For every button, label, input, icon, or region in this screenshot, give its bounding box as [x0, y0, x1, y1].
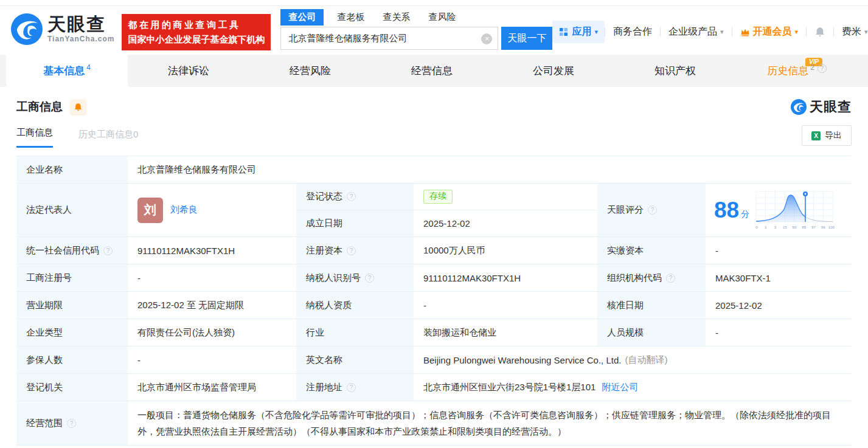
svg-text:1: 1: [765, 225, 767, 229]
tab-legal-proceedings[interactable]: 法律诉讼: [128, 55, 249, 87]
apps-label: 应用: [572, 26, 591, 38]
help-icon[interactable]: ?: [347, 192, 356, 201]
paid-capital-value: -: [706, 237, 852, 264]
auto-translate-note: (自动翻译): [625, 354, 667, 366]
org-code-label-cell: 组织机构代码 ?: [597, 264, 706, 291]
subtab-row: 工商信息 历史工商信息0 X 导出: [16, 126, 852, 148]
score-label: 天眼评分: [607, 204, 644, 216]
establish-date-label: 成立日期: [296, 210, 414, 236]
tab-basic-info-count: 4: [86, 63, 91, 72]
table-row: 统一社会信用代码 ? 91110112MAK30FTX1H 注册资本 ? 100…: [16, 237, 852, 264]
help-icon[interactable]: ?: [347, 383, 356, 392]
business-scope-label: 经营范围: [26, 418, 63, 429]
english-name-cell: Beijing Pulongwei Warehousing Service Co…: [414, 346, 852, 373]
org-code-value: MAK30FTX-1: [706, 264, 852, 291]
paid-capital-label: 实缴资本: [597, 237, 706, 264]
company-nav-tabs: 基本信息 4 法律诉讼 经营风险 经营信息 公司发展 知识产权 VIP 历史信息…: [0, 55, 868, 87]
uscc-label: 统一社会信用代码: [26, 245, 99, 257]
industry-value: 装卸搬运和仓储业: [414, 319, 597, 346]
tab-history-info-label: 历史信息: [767, 64, 808, 78]
nearby-companies-link[interactable]: 附近公司: [602, 382, 638, 393]
reg-number-label: 工商注册号: [16, 264, 128, 291]
user-menu[interactable]: 费米 ▾: [834, 26, 868, 38]
business-scope-value: 一般项目：普通货物仓储服务（不含危险化学品等需许可审批的项目）；信息咨询服务（不…: [128, 401, 852, 445]
svg-text:85: 85: [802, 225, 806, 229]
score-distribution-chart: 01 315 5085 9799 100: [754, 190, 835, 231]
search-tab-boss[interactable]: 查老板: [337, 9, 364, 26]
search-button[interactable]: 天眼一下: [501, 27, 552, 50]
insured-count-value: -: [128, 346, 296, 373]
svg-text:0: 0: [755, 225, 758, 229]
reg-address-label-cell: 注册地址 ?: [296, 374, 414, 401]
search-tab-company[interactable]: 查公司: [280, 9, 324, 26]
table-row: 参保人数 - 英文名称 Beijing Pulongwei Warehousin…: [16, 346, 852, 374]
export-button[interactable]: X 导出: [802, 125, 852, 146]
taxpayer-id-label-cell: 纳税人识别号 ?: [296, 264, 414, 291]
tab-basic-info-label: 基本信息: [43, 64, 85, 78]
legal-rep-link[interactable]: 刘希良: [170, 204, 198, 216]
legal-rep-label: 法定代表人: [16, 184, 128, 236]
notifications-bell-button[interactable]: [807, 27, 833, 38]
table-row: 登记机关 北京市通州区市场监督管理局 注册地址 ? 北京市通州区恒业六街23号院…: [16, 374, 852, 401]
slogan-line1: 都在用的商业查询工具: [128, 18, 265, 32]
header-right: 应用 ▾ 商务合作 企业级产品 ▾ 开通会员 ▾ 费米: [552, 21, 868, 43]
industry-label: 行业: [296, 319, 414, 346]
help-icon[interactable]: ?: [67, 419, 76, 428]
help-icon[interactable]: ?: [103, 246, 113, 255]
tianyancha-logo[interactable]: 天眼查 TianYanCha.com: [11, 13, 114, 45]
tab-basic-info[interactable]: 基本信息 4: [6, 55, 128, 87]
brand-domain: TianYanCha.com: [47, 35, 114, 43]
legal-rep-avatar[interactable]: 刘: [137, 198, 163, 223]
svg-text:50: 50: [793, 225, 797, 229]
export-label: 导出: [825, 130, 842, 141]
reg-authority-label: 登记机关: [16, 374, 128, 401]
tianyancha-logo-icon: [11, 13, 43, 45]
tab-history-info[interactable]: VIP 历史信息 2 ?: [736, 55, 858, 87]
score-value: 88: [714, 199, 739, 221]
search-tab-risk[interactable]: 查风险: [428, 9, 456, 26]
status-badge: 存续: [423, 190, 453, 204]
reg-status-label-cell: 登记状态 ?: [296, 184, 414, 210]
svg-text:97: 97: [811, 225, 816, 229]
tab-intellectual-property[interactable]: 知识产权: [614, 55, 736, 87]
open-vip-button[interactable]: 开通会员 ▾: [732, 26, 807, 38]
enterprise-products-menu[interactable]: 企业级产品 ▾: [661, 26, 732, 38]
caret-down-icon: ▾: [594, 28, 598, 36]
tianyancha-watermark: 天眼查: [791, 98, 852, 116]
help-icon[interactable]: ?: [818, 64, 827, 73]
approval-date-value: 2025-12-02: [706, 292, 852, 319]
help-icon[interactable]: ?: [648, 205, 657, 215]
reg-address-cell: 北京市通州区恒业六街23号院1号楼1层101 附近公司: [414, 374, 852, 401]
crown-icon: [740, 27, 750, 37]
section-header: 工商信息 天眼查: [16, 98, 852, 116]
apps-menu-button[interactable]: 应用 ▾: [552, 21, 605, 43]
subtab-business-info[interactable]: 工商信息: [16, 127, 53, 148]
help-icon[interactable]: ?: [347, 246, 356, 255]
table-row: 企业类型 有限责任公司(法人独资) 行业 装卸搬运和仓储业 人员规模 -: [16, 319, 852, 346]
taxpayer-id-label: 纳税人识别号: [306, 272, 361, 284]
reg-capital-label: 注册资本: [306, 245, 342, 257]
tab-business-info[interactable]: 经营信息: [371, 55, 493, 87]
reg-capital-value: 10000万人民币: [414, 237, 597, 264]
score-label-cell: 天眼评分 ?: [597, 184, 706, 236]
search-tab-relation[interactable]: 查关系: [383, 9, 410, 26]
tab-company-development[interactable]: 公司发展: [493, 55, 614, 87]
tab-operational-risk[interactable]: 经营风险: [249, 55, 371, 87]
business-term-value: 2025-12-02 至 无固定期限: [128, 292, 296, 319]
table-row: 法定代表人 刘 刘希良 登记状态 ? 存续 成立日期 2025-12-0: [16, 184, 852, 237]
caret-down-icon: ▾: [720, 28, 724, 36]
business-cooperation-link[interactable]: 商务合作: [605, 26, 660, 38]
subtab-history-business-info[interactable]: 历史工商信息0: [78, 129, 138, 148]
search-input[interactable]: [281, 27, 498, 49]
reg-capital-label-cell: 注册资本 ?: [296, 237, 414, 264]
subscribe-bell-button[interactable]: [70, 99, 86, 115]
excel-icon: X: [811, 131, 821, 140]
help-icon[interactable]: ?: [666, 274, 675, 283]
table-row: 工商注册号 - 纳税人识别号 ? 91110112MAK30FTX1H 组织机构…: [16, 264, 852, 292]
search-tabs: 查公司 查老板 查关系 查风险: [280, 9, 552, 26]
help-icon[interactable]: ?: [365, 274, 374, 283]
company-type-value: 有限责任公司(法人独资): [128, 319, 296, 346]
slogan-line2: 国家中小企业发展子基金旗下机构: [128, 32, 265, 47]
table-row: 企业名称 北京普隆维仓储服务有限公司: [16, 156, 852, 184]
caret-down-icon: ▾: [795, 28, 799, 36]
